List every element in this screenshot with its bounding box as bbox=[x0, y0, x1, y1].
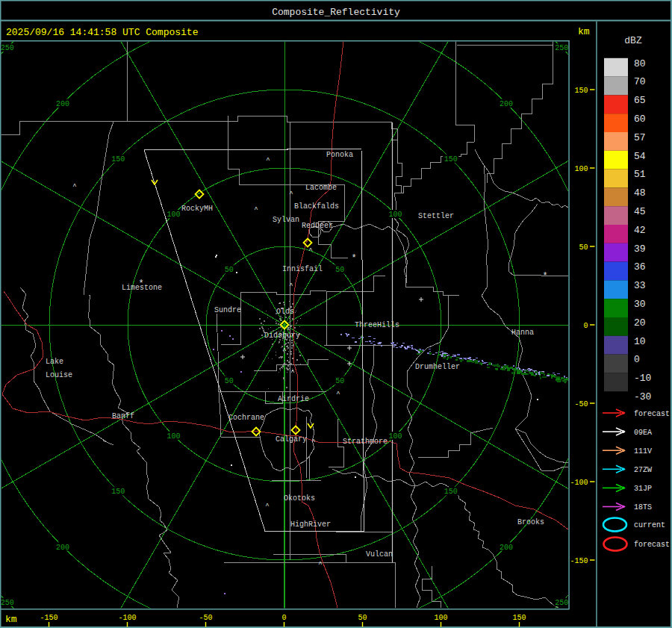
svg-text:60: 60 bbox=[634, 114, 646, 125]
svg-text:111V: 111V bbox=[634, 447, 652, 456]
svg-text:ThreeHills: ThreeHills bbox=[355, 321, 399, 329]
svg-text:33: 33 bbox=[634, 280, 646, 291]
svg-text:50: 50 bbox=[335, 377, 344, 385]
svg-text:Composite_Reflectivity: Composite_Reflectivity bbox=[272, 7, 400, 18]
svg-text:^: ^ bbox=[254, 206, 258, 214]
svg-text:250: 250 bbox=[1, 599, 14, 607]
svg-text:dBZ: dBZ bbox=[624, 35, 642, 46]
svg-text:50: 50 bbox=[225, 377, 234, 385]
svg-text:31JP: 31JP bbox=[634, 485, 652, 493]
svg-text:-100: -100 bbox=[570, 479, 588, 487]
svg-text:100: 100 bbox=[388, 432, 402, 441]
svg-text:0: 0 bbox=[583, 322, 588, 330]
svg-text:250: 250 bbox=[555, 599, 568, 607]
svg-text:150: 150 bbox=[512, 614, 526, 622]
svg-text:^: ^ bbox=[289, 282, 293, 290]
svg-text:Hanna: Hanna bbox=[511, 329, 534, 337]
svg-text:45: 45 bbox=[634, 206, 646, 217]
svg-text:-50: -50 bbox=[574, 400, 588, 408]
svg-text:36: 36 bbox=[634, 261, 646, 273]
svg-text:200: 200 bbox=[56, 100, 69, 108]
svg-text:^: ^ bbox=[318, 561, 322, 568]
svg-text:57: 57 bbox=[634, 132, 646, 143]
svg-text:Calgary: Calgary bbox=[276, 435, 307, 444]
svg-text:54: 54 bbox=[634, 151, 646, 162]
svg-text:Okotoks: Okotoks bbox=[284, 494, 315, 503]
svg-text:70: 70 bbox=[634, 76, 646, 87]
svg-text:2025/09/16 14:41:58 UTC Compos: 2025/09/16 14:41:58 UTC Composite bbox=[6, 27, 198, 38]
svg-text:200: 200 bbox=[500, 544, 513, 552]
svg-text:10: 10 bbox=[634, 336, 646, 347]
svg-text:Brooks: Brooks bbox=[517, 518, 544, 526]
svg-text:Drumheller: Drumheller bbox=[415, 363, 460, 371]
svg-text:65: 65 bbox=[634, 95, 646, 106]
svg-text:Ponoka: Ponoka bbox=[326, 151, 353, 159]
svg-text:50: 50 bbox=[225, 266, 234, 274]
svg-text:20: 20 bbox=[634, 317, 646, 329]
svg-text:Lacombe: Lacombe bbox=[305, 184, 337, 192]
svg-text:^: ^ bbox=[336, 391, 340, 398]
svg-text:^: ^ bbox=[289, 190, 293, 198]
svg-text:^: ^ bbox=[72, 183, 76, 190]
svg-text:42: 42 bbox=[634, 225, 646, 236]
svg-text:^: ^ bbox=[311, 438, 315, 446]
svg-text:Louise: Louise bbox=[46, 371, 72, 379]
svg-text:^: ^ bbox=[266, 157, 270, 164]
svg-text:Sylvan: Sylvan bbox=[273, 216, 299, 224]
svg-text:09EA: 09EA bbox=[634, 429, 652, 437]
svg-text:Innisfail: Innisfail bbox=[282, 265, 323, 273]
svg-text:Cochrane: Cochrane bbox=[228, 414, 264, 422]
svg-text:-150: -150 bbox=[570, 557, 588, 565]
svg-text:200: 200 bbox=[500, 100, 513, 108]
svg-text:0: 0 bbox=[281, 614, 286, 622]
svg-text:100: 100 bbox=[167, 211, 180, 219]
svg-text:*: * bbox=[542, 271, 547, 282]
svg-text:27ZW: 27ZW bbox=[634, 466, 652, 474]
svg-text:km: km bbox=[578, 26, 590, 37]
svg-text:50: 50 bbox=[335, 266, 344, 274]
svg-text:Didsbury: Didsbury bbox=[264, 332, 300, 340]
svg-text:18TS: 18TS bbox=[634, 503, 652, 512]
svg-text:*: * bbox=[138, 279, 143, 289]
svg-text:150: 150 bbox=[444, 488, 458, 496]
svg-text:51: 51 bbox=[634, 169, 646, 180]
svg-text:Strathmore: Strathmore bbox=[343, 438, 388, 446]
svg-text:150: 150 bbox=[111, 155, 125, 164]
svg-text:forecast: forecast bbox=[634, 541, 670, 549]
svg-text:Olds: Olds bbox=[276, 308, 294, 316]
svg-text:150: 150 bbox=[444, 155, 458, 164]
svg-text:^: ^ bbox=[282, 347, 286, 355]
svg-text:39: 39 bbox=[634, 243, 646, 255]
svg-text:250: 250 bbox=[555, 44, 568, 52]
svg-text:forecast: forecast bbox=[634, 410, 670, 418]
svg-text:48: 48 bbox=[634, 187, 646, 199]
svg-text:50: 50 bbox=[358, 614, 367, 622]
svg-text:200: 200 bbox=[56, 544, 69, 552]
svg-text:*: * bbox=[351, 253, 356, 264]
svg-text:150: 150 bbox=[111, 488, 125, 496]
svg-text:50: 50 bbox=[579, 243, 588, 252]
svg-text:Banff: Banff bbox=[112, 412, 134, 420]
svg-text:100: 100 bbox=[167, 432, 180, 441]
svg-text:0: 0 bbox=[634, 354, 640, 365]
svg-text:Lake: Lake bbox=[46, 358, 63, 366]
svg-text:100: 100 bbox=[434, 614, 447, 622]
svg-text:100: 100 bbox=[574, 165, 588, 173]
svg-text:km: km bbox=[5, 614, 17, 625]
svg-text:Airdrie: Airdrie bbox=[278, 395, 309, 403]
svg-text:^: ^ bbox=[265, 503, 269, 510]
svg-text:HighRiver: HighRiver bbox=[290, 520, 331, 529]
svg-text:-150: -150 bbox=[40, 614, 57, 622]
svg-text:^: ^ bbox=[290, 369, 294, 376]
svg-text:RockyMH: RockyMH bbox=[181, 205, 213, 213]
svg-text:-100: -100 bbox=[118, 614, 136, 622]
svg-text:Stettler: Stettler bbox=[418, 212, 454, 220]
svg-text:Blackfalds: Blackfalds bbox=[294, 202, 339, 211]
svg-text:Sundre: Sundre bbox=[214, 306, 241, 314]
svg-text:100: 100 bbox=[388, 211, 402, 219]
svg-text:RedDeer: RedDeer bbox=[302, 222, 333, 230]
svg-text:150: 150 bbox=[574, 87, 588, 95]
svg-text:-30: -30 bbox=[634, 391, 651, 402]
svg-text:-10: -10 bbox=[634, 373, 651, 384]
svg-text:^: ^ bbox=[308, 247, 312, 255]
